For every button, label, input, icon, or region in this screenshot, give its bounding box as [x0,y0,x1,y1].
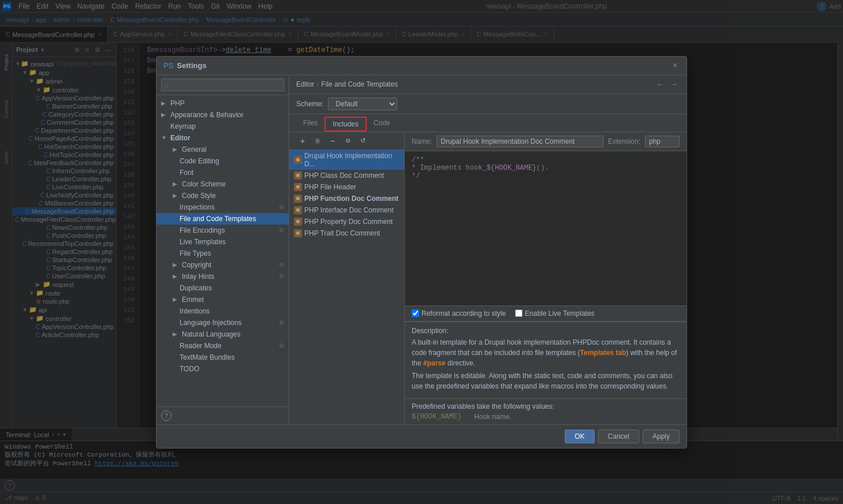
tmpl-item-1[interactable]: ⊞ PHP Class Doc Comment [289,170,404,181]
dlg-item-todo[interactable]: TODO [156,363,289,375]
tmpl-label-2: PHP File Header [304,183,356,191]
tmpl-list-panel: + ⎘ − ⧉ ↺ ⊞ Drupal Hook Implementation D… [289,132,405,424]
dlg-item-font[interactable]: Font [156,167,289,178]
dialog-left-panel: ▶ PHP ▶ Appearance & Behavior Keymap [156,75,289,424]
dlg-item-emmet[interactable]: ▶ Emmet [156,294,289,305]
live-templates-checkbox-label: Enable Live Templates [515,309,595,318]
dlg-item-code-style[interactable]: ▶ Code Style [156,190,289,201]
desc-area: Description: A built-in template for a D… [405,322,687,398]
dialog-ok-button[interactable]: OK [565,430,594,443]
dialog-forward-arrow[interactable]: → [668,79,680,90]
dlg-label-general: General [182,145,207,154]
tmpl-label-1: PHP Class Doc Comment [304,171,384,180]
tmpl-icon-6: ⊞ [294,229,302,237]
dlg-item-language-injections[interactable]: Language Injections ⚙ [156,317,289,328]
dlg-item-file-encodings[interactable]: File Encodings ⚙ [156,225,289,236]
dialog-apply-button[interactable]: Apply [643,430,680,443]
dialog-right-panel: Editor › File and Code Templates ← → Sch… [289,75,687,424]
dialog-search [156,75,289,95]
reformat-checkbox-label: Reformat according to style [412,309,506,318]
settings-dialog: PS Settings × ▶ PHP ▶ [156,56,687,449]
inner-tab-includes[interactable]: Includes [324,117,367,132]
live-templates-checkbox[interactable] [515,309,523,317]
dlg-item-natural-languages[interactable]: ▶ Natural Languages [156,328,289,340]
dlg-item-general[interactable]: ▶ General [156,144,289,155]
dlg-arrow-php: ▶ [161,100,168,106]
tmpl-add-btn[interactable]: + [296,135,309,147]
dlg-item-keymap[interactable]: Keymap [156,121,289,132]
dlg-arrow-emmet: ▶ [173,296,180,303]
dlg-item-textmate-bundles[interactable]: TextMate Bundles [156,352,289,363]
inner-tab-code[interactable]: Code [367,117,397,132]
var-desc-0: Hook name. [474,413,512,421]
tmpl-remove-btn[interactable]: − [326,135,339,147]
dlg-label-keymap: Keymap [170,122,196,130]
dlg-item-live-templates[interactable]: Live Templates [156,236,289,248]
dlg-item-file-types[interactable]: File Types [156,248,289,259]
dlg-item-intentions[interactable]: Intentions [156,305,289,317]
dlg-label-code-style: Code Style [182,192,216,200]
dlg-label-textmate-bundles: TextMate Bundles [180,353,234,361]
tmpl-ext-input[interactable] [645,136,680,147]
scheme-select[interactable]: Default Project [328,98,397,110]
tmpl-icon-0: ⊞ [294,156,302,164]
tmpl-label-0: Drupal Hook Implementation D... [304,152,400,168]
tmpl-item-5[interactable]: ⊞ PHP Property Doc Comment [289,216,404,227]
dlg-arrow-editor: ▼ [161,135,168,141]
dlg-item-inlay-hints[interactable]: ▶ Inlay Hints ⚙ [156,271,289,282]
tmpl-copy-btn[interactable]: ⎘ [311,135,324,147]
dlg-label-color-scheme: Color Scheme [182,180,226,188]
dlg-label-inlay-hints: Inlay Hints [182,272,214,281]
dialog-cancel-button[interactable]: Cancel [598,430,639,443]
dlg-arrow-code-style: ▶ [173,192,180,199]
dlg-label-todo: TODO [180,365,199,373]
dlg-arrow-general: ▶ [173,146,180,152]
dlg-item-inspections[interactable]: Inspections ⚙ [156,201,289,213]
dialog-nav-arrows: ← → [654,79,680,90]
dialog-help-icon[interactable]: ? [161,410,171,421]
dialog-back-arrow[interactable]: ← [654,79,666,90]
tmpl-item-4[interactable]: ⊞ PHP Interface Doc Comment [289,204,404,216]
dialog-search-input[interactable] [161,79,284,91]
dlg-label-appearance: Appearance & Behavior [170,111,244,119]
dlg-label-copyright: Copyright [182,261,211,269]
tmpl-item-2[interactable]: ⊞ PHP File Header [289,181,404,193]
dlg-item-duplicates[interactable]: Duplicates [156,282,289,294]
dlg-label-reader-mode: Reader Mode [180,342,222,350]
inner-tab-files[interactable]: Files [296,117,324,132]
dlg-item-appearance[interactable]: ▶ Appearance & Behavior [156,109,289,121]
live-templates-label: Enable Live Templates [525,309,595,318]
tmpl-options: Reformat according to style Enable Live … [405,305,687,322]
dlg-item-color-scheme[interactable]: ▶ Color Scheme [156,178,289,190]
code-tmpl-line-2: */ [412,172,680,180]
dlg-item-code-editing[interactable]: Code Editing [156,155,289,167]
tmpl-item-3[interactable]: ⊞ PHP Function Doc Comment [289,193,404,204]
tmpl-icon-3: ⊞ [294,195,302,203]
tmpl-icon-1: ⊞ [294,171,302,180]
dlg-item-php[interactable]: ▶ PHP [156,98,289,109]
breadcrumb-sep: › [316,80,319,88]
dlg-arrow-copyright: ▶ [173,262,180,268]
reformat-checkbox[interactable] [412,309,419,317]
tmpl-list: ⊞ Drupal Hook Implementation D... ⊞ PHP … [289,150,404,424]
tmpl-name-input[interactable] [437,136,603,147]
dlg-item-file-and-code-templates[interactable]: File and Code Templates [156,213,289,225]
tmpl-label-6: PHP Trait Doc Comment [304,229,380,237]
tmpl-code-area[interactable]: /** * Implements hook_${HOOK_NAME}(). */ [405,151,687,305]
tmpl-item-6[interactable]: ⊞ PHP Trait Doc Comment [289,227,404,239]
dlg-arrow-color-scheme: ▶ [173,181,180,187]
dlg-label-inspections: Inspections [180,203,215,211]
tmpl-reset-btn[interactable]: ↺ [356,135,369,147]
var-row-0: ${HOOK_NAME} Hook name. [412,413,680,421]
tmpl-item-0[interactable]: ⊞ Drupal Hook Implementation D... [289,150,404,170]
tmpl-icon-4: ⊞ [294,206,302,214]
dlg-label-file-types: File Types [180,249,211,257]
dlg-item-editor[interactable]: ▼ Editor [156,132,289,144]
dlg-item-reader-mode[interactable]: Reader Mode ⚙ [156,340,289,352]
tmpl-label-4: PHP Interface Doc Comment [304,206,394,214]
dialog-close-button[interactable]: × [670,61,680,70]
dlg-gear-copyright: ⚙ [279,262,284,268]
dlg-arrow-appearance: ▶ [161,111,168,118]
tmpl-duplicate-btn[interactable]: ⧉ [341,135,354,147]
dlg-item-copyright[interactable]: ▶ Copyright ⚙ [156,259,289,271]
